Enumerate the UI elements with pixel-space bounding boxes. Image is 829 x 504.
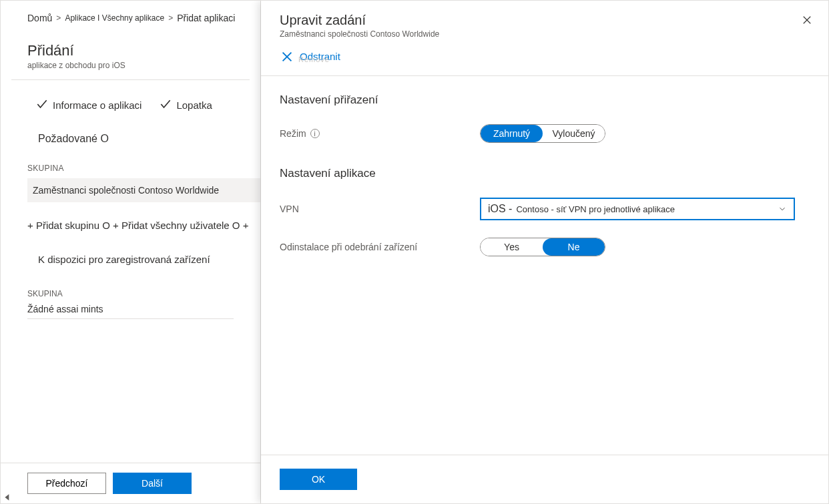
label-uninstall: Odinstalace při odebrání zařízení — [280, 242, 473, 252]
wizard-step-label: Informace o aplikaci — [53, 99, 142, 111]
section-required: Požadované O — [1, 113, 260, 145]
check-icon — [35, 97, 49, 113]
group-column-header-2: SKUPINA — [1, 265, 260, 304]
row-uninstall: Odinstalace při odebrání zařízení Yes Ne — [280, 238, 810, 256]
mode-excluded[interactable]: Vyloučený — [543, 125, 605, 142]
label-mode-text: Režim — [280, 128, 306, 139]
info-icon[interactable]: i — [310, 129, 320, 138]
flyout-subtitle: Zaměstnanci společnosti Contoso Worldwid… — [280, 29, 810, 39]
breadcrumb-add[interactable]: Přidat aplikaci — [177, 13, 235, 23]
group-row-contoso[interactable]: Zaměstnanci společnosti Contoso Worldwid… — [27, 178, 260, 202]
edit-assignment-panel: Upravit zadání Zaměstnanci společnosti C… — [261, 1, 828, 503]
mode-toggle[interactable]: Zahrnutý Vyloučený — [480, 124, 605, 143]
row-mode: Režim i Zahrnutý Vyloučený — [280, 124, 810, 143]
uninstall-no[interactable]: Ne — [543, 238, 605, 256]
vpn-select[interactable]: iOS - Contoso - síť VPN pro jednotlivé a… — [480, 198, 795, 220]
breadcrumb: Domů > Aplikace I Všechny aplikace > Při… — [1, 1, 260, 31]
flyout-footer: OK — [261, 455, 828, 503]
next-button[interactable]: Další — [113, 473, 192, 494]
ok-button[interactable]: OK — [280, 469, 357, 490]
breadcrumb-home[interactable]: Domů — [27, 13, 52, 23]
remove-assignment-button[interactable]: Odstranit Remove — [261, 43, 828, 76]
remove-ghost-label: Remove — [298, 56, 339, 63]
flyout-header: Upravit zadání Zaměstnanci společnosti C… — [261, 1, 828, 43]
uninstall-toggle[interactable]: Yes Ne — [480, 238, 605, 256]
add-group-links[interactable]: + Přidat skupinu O + Přidat všechny uživ… — [1, 202, 260, 231]
vpn-prefix: iOS - — [488, 203, 512, 215]
vpn-value: Contoso - síť VPN pro jednotlivé aplikac… — [516, 204, 675, 214]
chevron-down-icon — [778, 204, 787, 214]
wizard-step-blade[interactable]: Lopatka — [159, 97, 212, 113]
group-column-header: SKUPINA — [1, 145, 260, 178]
close-button[interactable] — [798, 11, 816, 30]
heading-app-settings: Nastavení aplikace — [280, 167, 810, 180]
section-available: K dispozici pro zaregistrovaná zařízení — [1, 231, 260, 265]
flyout-form: Nastavení přiřazení Režim i Zahrnutý Vyl… — [261, 76, 828, 455]
blade-title: Přidání — [27, 42, 250, 59]
remove-icon — [280, 49, 294, 66]
blade-footer: Předchozí Další — [1, 463, 260, 503]
wizard-step-label: Lopatka — [176, 99, 212, 111]
check-icon — [159, 97, 172, 113]
previous-button[interactable]: Předchozí — [27, 473, 106, 494]
uninstall-yes[interactable]: Yes — [481, 238, 543, 256]
wizard-steps: Informace o aplikaci Lopatka — [1, 80, 260, 113]
empty-group-text: Žádné assai mints — [27, 304, 234, 319]
breadcrumb-separator: > — [168, 13, 173, 23]
scroll-left-icon[interactable] — [3, 493, 11, 501]
label-vpn: VPN — [280, 204, 473, 214]
mode-included[interactable]: Zahrnutý — [481, 125, 543, 142]
close-icon — [801, 18, 813, 28]
heading-assignment-settings: Nastavení přiřazení — [280, 93, 810, 107]
blade-header: Přidání aplikace z obchodu pro iOS — [1, 31, 260, 71]
blade-subtitle: aplikace z obchodu pro iOS — [27, 61, 250, 70]
breadcrumb-separator: > — [56, 13, 61, 23]
row-vpn: VPN iOS - Contoso - síť VPN pro jednotli… — [280, 198, 810, 220]
flyout-title: Upravit zadání — [280, 13, 810, 28]
wizard-step-app-info[interactable]: Informace o aplikaci — [35, 97, 142, 113]
add-app-blade: Domů > Aplikace I Všechny aplikace > Při… — [1, 1, 261, 503]
label-mode: Režim i — [280, 128, 473, 139]
svg-marker-0 — [5, 494, 9, 501]
breadcrumb-apps[interactable]: Aplikace I Všechny aplikace — [65, 13, 164, 23]
